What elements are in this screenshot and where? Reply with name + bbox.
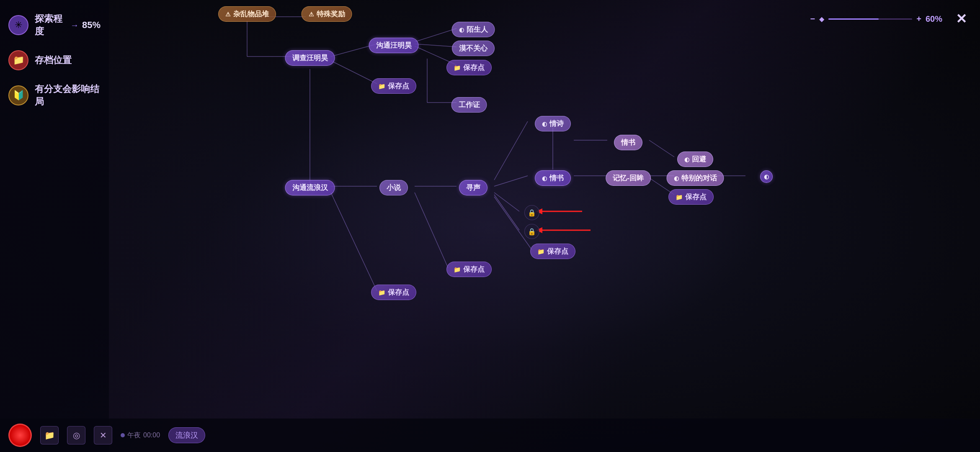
close-button[interactable]: ✕: [951, 8, 972, 29]
node-novel-box: 小说: [379, 180, 408, 195]
node-stranger[interactable]: ◐ 陌生人: [452, 22, 495, 37]
zoom-slider-fill: [828, 18, 879, 20]
zoom-plus-button[interactable]: +: [916, 14, 921, 24]
node-save6-box: 📁 保存点: [668, 189, 714, 205]
node-communicate-wang[interactable]: 沟通汪明昊: [369, 38, 419, 53]
exploration-arrow: →: [70, 21, 79, 30]
svg-line-15: [494, 121, 528, 180]
zoom-diamond-icon: ◆: [819, 15, 824, 23]
branch-item: 🔰 有分支会影响结局: [8, 83, 101, 108]
svg-line-4: [331, 61, 377, 84]
node-save6[interactable]: 📁 保存点: [668, 189, 714, 205]
save-label: 存档位置: [35, 54, 72, 67]
node-locked1-box: 🔒: [524, 205, 539, 220]
node-save2[interactable]: 📁 保存点: [371, 78, 416, 94]
save-location-item: 📁 存档位置: [8, 50, 101, 70]
branch-label: 有分支会影响结局: [35, 83, 101, 108]
node-work-id[interactable]: 工作证: [451, 97, 487, 113]
zoom-percentage: 60%: [926, 14, 942, 24]
node-communicate-wang-box: 沟通汪明昊: [369, 38, 419, 53]
time-value: 00:00: [143, 431, 160, 439]
node-far-right[interactable]: ◐: [760, 170, 773, 183]
zoom-control[interactable]: − ◆ + 60%: [810, 14, 942, 24]
time-period: 午夜: [127, 431, 141, 440]
node-love-letter[interactable]: ◐ 情书: [535, 170, 571, 186]
node-love-poem[interactable]: ◐ 情诗: [535, 116, 571, 131]
node-special-talk[interactable]: ◐ 特别的对话: [667, 170, 724, 186]
target-button[interactable]: ◎: [67, 426, 85, 444]
time-dot-icon: [121, 433, 125, 437]
node-seek-sound-box: 寻声: [459, 180, 487, 195]
node-retreat[interactable]: ◐ 回避: [677, 152, 713, 167]
node-save5-box: 📁 保存点: [371, 285, 416, 300]
current-scene-badge[interactable]: 流浪汉: [168, 427, 205, 443]
node-love-letter-branch[interactable]: 情书: [614, 135, 642, 150]
top-right-controls: − ◆ + 60% ✕: [810, 8, 972, 29]
node-indifferent-box: 漠不关心: [452, 41, 495, 56]
svg-line-23: [649, 140, 674, 157]
node-love-letter-box: ◐ 情书: [535, 170, 571, 186]
svg-line-6: [415, 44, 456, 47]
record-button[interactable]: [8, 424, 32, 447]
node-love-letter-branch-box: 情书: [614, 135, 642, 150]
node-special-reward[interactable]: ⚠ 特殊奖励: [302, 6, 352, 22]
node-memory-recall-box: 记忆-回眸: [606, 170, 651, 186]
node-save1[interactable]: 📁 保存点: [446, 60, 492, 75]
node-save3[interactable]: 📁 保存点: [530, 244, 575, 259]
node-misc-pile[interactable]: ⚠ 杂乱物品堆: [218, 6, 276, 22]
flowchart-area: ⚠ 杂乱物品堆 ⚠ 特殊奖励 调查汪明昊 沟通汪明昊 ◐ 陌生人 漠不关心: [109, 0, 980, 419]
svg-line-18: [494, 195, 519, 230]
node-save3-box: 📁 保存点: [530, 244, 575, 259]
node-investigate-wang-box: 调查汪明昊: [285, 50, 335, 66]
sidebar: ✳ 探索程度 → 85% 📁 存档位置 🔰 有分支会影响结局: [0, 0, 109, 452]
node-communicate-vagrant[interactable]: 沟通流浪汉: [285, 180, 335, 195]
node-save5[interactable]: 📁 保存点: [371, 285, 416, 300]
zoom-minus-button[interactable]: −: [810, 14, 815, 24]
exploration-item: ✳ 探索程度 → 85%: [8, 13, 101, 38]
node-love-poem-box: ◐ 情诗: [535, 116, 571, 131]
node-locked2-box: 🔒: [524, 224, 539, 239]
node-special-reward-box: ⚠ 特殊奖励: [302, 6, 352, 22]
current-scene-label: 流浪汉: [175, 431, 198, 439]
node-seek-sound[interactable]: 寻声: [459, 180, 487, 195]
node-novel[interactable]: 小说: [379, 180, 408, 195]
node-indifferent[interactable]: 漠不关心: [452, 41, 495, 56]
close-button-bottom[interactable]: ✕: [94, 426, 112, 444]
svg-line-16: [494, 176, 528, 186]
node-save2-box: 📁 保存点: [371, 78, 416, 94]
bottom-controls: 📁 ◎ ✕ 午夜 00:00 流浪汉: [0, 419, 980, 452]
alert-icon: ⚠: [225, 11, 231, 18]
exploration-label: 探索程度: [35, 13, 67, 38]
node-memory-recall[interactable]: 记忆-回眸: [606, 170, 651, 186]
exploration-icon: ✳: [8, 15, 28, 35]
time-display: 午夜 00:00: [121, 431, 160, 440]
node-stranger-box: ◐ 陌生人: [452, 22, 495, 37]
node-locked1: 🔒: [524, 205, 539, 220]
svg-line-12: [331, 193, 377, 291]
node-special-talk-box: ◐ 特别的对话: [667, 170, 724, 186]
node-save1-box: 📁 保存点: [446, 60, 492, 75]
flowchart-svg: [109, 0, 980, 419]
exploration-pct: 85%: [82, 20, 101, 31]
node-misc-pile-box: ⚠ 杂乱物品堆: [218, 6, 276, 22]
alert-icon2: ⚠: [309, 11, 314, 18]
node-save4-box: 📁 保存点: [446, 262, 492, 277]
node-far-right-box: ◐: [760, 170, 773, 183]
node-retreat-box: ◐ 回避: [677, 152, 713, 167]
node-save4[interactable]: 📁 保存点: [446, 262, 492, 277]
branch-icon: 🔰: [8, 85, 28, 105]
node-communicate-vagrant-box: 沟通流浪汉: [285, 180, 335, 195]
folder-button[interactable]: 📁: [40, 426, 59, 444]
save-icon: 📁: [8, 50, 28, 70]
svg-line-5: [415, 28, 456, 42]
node-locked2: 🔒: [524, 224, 539, 239]
node-investigate-wang[interactable]: 调查汪明昊: [285, 50, 335, 66]
node-work-id-box: 工作证: [451, 97, 487, 113]
svg-line-14: [415, 193, 448, 268]
zoom-slider-track[interactable]: [828, 18, 912, 20]
